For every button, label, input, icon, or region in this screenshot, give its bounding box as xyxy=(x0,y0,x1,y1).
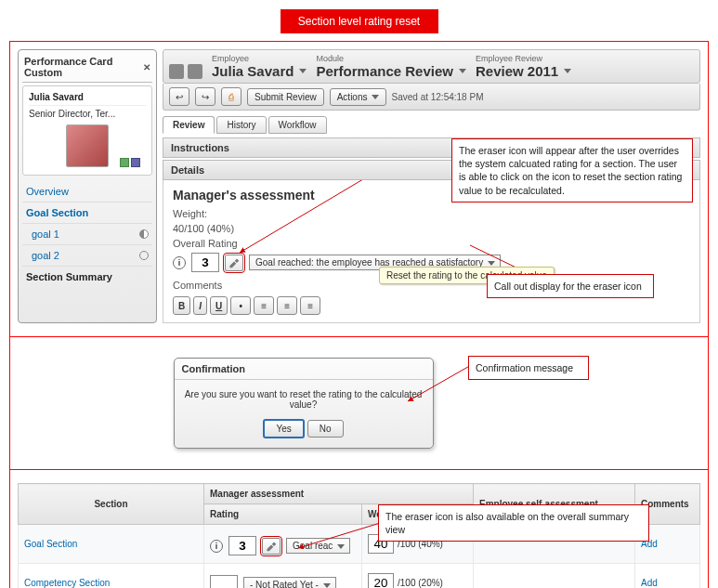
eraser-icon[interactable] xyxy=(225,255,243,271)
status-badge-icon xyxy=(131,158,140,167)
redo-icon[interactable]: ↪ xyxy=(195,87,215,106)
rte-icon-2[interactable]: ≡ xyxy=(254,296,274,315)
chevron-down-icon xyxy=(488,261,495,266)
context-bar: Employee Julia Savard Module Performance… xyxy=(163,49,700,84)
dialog-body: Are you sure you want to reset the ratin… xyxy=(175,380,433,415)
progress-dot-icon xyxy=(139,251,149,260)
context-employee-label: Employee xyxy=(212,54,307,63)
chevron-down-icon xyxy=(299,69,307,73)
rte-icon-1[interactable]: • xyxy=(230,296,251,315)
weight-value: 40/100 (40%) xyxy=(173,223,690,234)
status-badge-icon xyxy=(120,158,129,167)
sidebar-item-goal-section[interactable]: Goal Section xyxy=(22,202,152,223)
employee-name: Julia Savard xyxy=(29,92,146,102)
annotation-confirmation: Confirmation message xyxy=(468,356,589,380)
summary-section-link[interactable]: Competency Section xyxy=(24,578,110,588)
info-icon[interactable]: i xyxy=(210,540,223,553)
confirmation-dialog: Confirmation Are you sure you want to re… xyxy=(174,358,434,449)
annotation-callout-label: Call out display for the eraser icon xyxy=(487,274,654,298)
add-link[interactable]: Add xyxy=(641,578,658,588)
sidebar-item-overview[interactable]: Overview xyxy=(22,181,152,202)
tab-history[interactable]: History xyxy=(216,116,266,134)
performance-card-title: Performance Card Custom xyxy=(24,56,143,78)
context-review-label: Employee Review xyxy=(476,54,571,63)
tab-review[interactable]: Review xyxy=(163,116,215,134)
person-icon[interactable] xyxy=(169,64,184,79)
org-icon[interactable] xyxy=(188,64,202,79)
close-icon[interactable]: ✕ xyxy=(143,62,150,72)
tab-workflow[interactable]: Workflow xyxy=(268,116,327,134)
overall-rating-label: Overall Rating xyxy=(173,238,690,249)
page-banner: Section level rating reset xyxy=(281,9,438,33)
summary-weight-display: /100 (20%) xyxy=(398,578,443,588)
sidebar-item-goal1[interactable]: goal 1 xyxy=(22,223,152,244)
sidebar-item-goal2[interactable]: goal 2 xyxy=(22,244,152,266)
chevron-down-icon xyxy=(337,544,345,549)
page-outline: Performance Card Custom ✕ Julia Savard S… xyxy=(9,41,709,588)
context-employee-picker[interactable]: Julia Savard xyxy=(212,63,307,79)
rich-text-toolbar: B I U • ≡ ≡ ≡ xyxy=(173,296,690,315)
summary-rating-dropdown[interactable]: Goal reac xyxy=(286,538,350,554)
annotation-summary-eraser: The eraser icon is also available on the… xyxy=(378,504,649,542)
context-module-picker[interactable]: Performance Review xyxy=(316,63,466,79)
italic-button[interactable]: I xyxy=(193,296,207,315)
dialog-title: Confirmation xyxy=(175,359,433,380)
context-module-label: Module xyxy=(316,54,466,63)
weight-label: Weight: xyxy=(173,208,690,219)
annotation-eraser-description: The eraser icon will appear after the us… xyxy=(451,138,693,203)
avatar xyxy=(66,124,109,167)
submit-review-button[interactable]: Submit Review xyxy=(247,88,324,106)
progress-dot-icon xyxy=(139,229,149,239)
print-icon[interactable]: ⎙ xyxy=(221,87,242,106)
yes-button[interactable]: Yes xyxy=(263,419,304,438)
bold-button[interactable]: B xyxy=(173,296,190,315)
chevron-down-icon xyxy=(323,583,331,588)
summary-rating-dropdown[interactable]: - Not Rated Yet - xyxy=(243,577,336,588)
col-manager: Manager assessment xyxy=(204,484,474,504)
toolbar: ↩ ↪ ⎙ Submit Review Actions Saved at 12:… xyxy=(163,84,700,111)
summary-section-link[interactable]: Goal Section xyxy=(24,539,77,549)
actions-menu[interactable]: Actions xyxy=(330,88,386,106)
col-section: Section xyxy=(19,484,204,525)
performance-card: Performance Card Custom ✕ Julia Savard S… xyxy=(18,49,157,323)
rte-icon-3[interactable]: ≡ xyxy=(277,296,297,315)
summary-rating-input[interactable] xyxy=(210,575,238,588)
info-icon[interactable]: i xyxy=(173,256,186,269)
col-rating: Rating xyxy=(204,504,362,525)
undo-icon[interactable]: ↩ xyxy=(169,87,189,106)
underline-button[interactable]: U xyxy=(210,296,228,315)
summary-weight-input[interactable] xyxy=(368,573,394,588)
eraser-icon[interactable] xyxy=(262,538,281,555)
context-review-picker[interactable]: Review 2011 xyxy=(476,63,571,79)
rating-input[interactable] xyxy=(191,253,219,272)
rte-icon-4[interactable]: ≡ xyxy=(300,296,320,315)
summary-rating-input[interactable] xyxy=(228,536,256,555)
sidebar-item-section-summary[interactable]: Section Summary xyxy=(22,266,152,287)
employee-title: Senior Director, Ter... xyxy=(29,109,146,119)
chevron-down-icon xyxy=(564,69,571,73)
chevron-down-icon xyxy=(459,69,466,73)
no-button[interactable]: No xyxy=(307,420,344,438)
save-status: Saved at 12:54:18 PM xyxy=(392,92,484,102)
chevron-down-icon xyxy=(372,95,379,99)
